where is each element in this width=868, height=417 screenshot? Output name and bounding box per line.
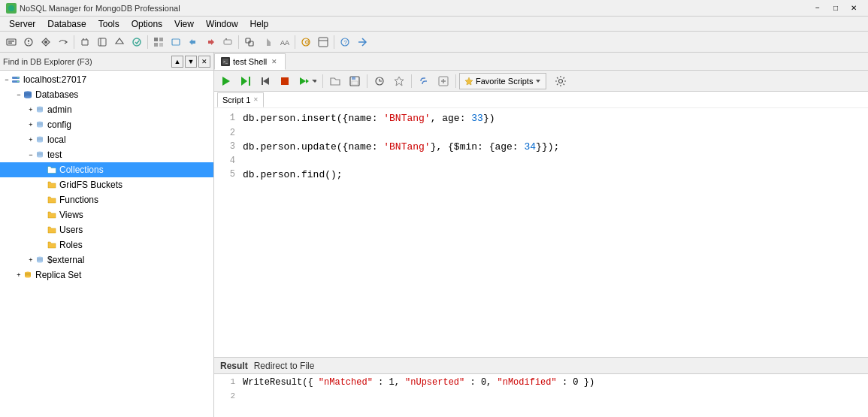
svg-rect-8: [98, 38, 106, 46]
num-token: 34: [524, 141, 536, 153]
tree-label-local: local: [47, 134, 66, 145]
code-text: db.person.update({name: 'BNTang'}, {$min…: [243, 140, 559, 155]
toolbar-btn-17[interactable]: ⚙: [298, 34, 314, 50]
toolbar-btn-15[interactable]: [259, 34, 275, 50]
tree-node-localhost[interactable]: − localhost:27017: [0, 72, 213, 87]
functions-folder-icon: [47, 195, 57, 205]
script-link-button[interactable]: [415, 73, 433, 89]
toolbar-btn-3[interactable]: [38, 34, 54, 50]
tree-node-local[interactable]: + local: [0, 132, 213, 147]
redirect-to-file-link[interactable]: Redirect to File: [254, 361, 315, 371]
tree-node-admin[interactable]: + admin: [0, 102, 213, 117]
minimize-button[interactable]: −: [809, 2, 826, 14]
open-file-button[interactable]: [326, 73, 344, 89]
panel-close-btn[interactable]: ✕: [198, 56, 210, 68]
tab-testshell[interactable]: >_ test Shell ✕: [214, 53, 286, 70]
toolbar-btn-7[interactable]: [111, 34, 128, 50]
tree-node-users[interactable]: Users: [0, 222, 213, 237]
tree-label-external: $external: [47, 255, 84, 265]
tab-label-testshell: test Shell: [233, 57, 267, 66]
tree-node-collections[interactable]: Collections: [0, 162, 213, 177]
tree-node-views[interactable]: Views: [0, 207, 213, 222]
panel-up-btn[interactable]: ▲: [171, 56, 183, 68]
close-button[interactable]: ✕: [845, 2, 862, 14]
svg-point-42: [37, 141, 43, 143]
toolbar-btn-18[interactable]: [315, 34, 331, 50]
toolbar-btn-9[interactable]: [150, 34, 167, 50]
panel-down-btn[interactable]: ▼: [185, 56, 197, 68]
toolbar-btn-14[interactable]: [241, 34, 258, 50]
toolbar-btn-5[interactable]: [77, 34, 93, 50]
databases-icon: [23, 89, 33, 100]
expand-arrow-replicaset: +: [15, 271, 23, 279]
result-content: 1WriteResult({ "nMatched" : 1, "nUpserte…: [214, 374, 868, 417]
toolbar-btn-16[interactable]: AA: [276, 34, 292, 50]
menu-help[interactable]: Help: [244, 17, 275, 31]
svg-marker-70: [465, 77, 473, 85]
pin-button[interactable]: [390, 73, 408, 89]
toolbar-btn-6[interactable]: [94, 34, 110, 50]
run-step-button[interactable]: [237, 73, 255, 89]
script-tab-close-1[interactable]: ✕: [253, 96, 259, 103]
maximize-button[interactable]: □: [827, 2, 844, 14]
local-db-icon: [35, 134, 45, 145]
run-all-button[interactable]: [217, 73, 235, 89]
expand-arrow-config: +: [27, 121, 35, 128]
tree-label-test: test: [47, 150, 62, 160]
run-dropdown-button[interactable]: [295, 73, 319, 89]
toolbar-btn-8[interactable]: [129, 34, 145, 50]
tree-node-gridfs[interactable]: GridFS Buckets: [0, 177, 213, 192]
toolbar-btn-12[interactable]: [202, 34, 219, 50]
tree-node-config[interactable]: + config: [0, 117, 213, 132]
result-panel: Result Redirect to File 1WriteResult({ "…: [214, 357, 868, 417]
str-token: "nMatched": [319, 377, 373, 388]
left-panel-header: Find in DB Explorer (F3) ▲ ▼ ✕: [0, 53, 213, 71]
script-extra-button[interactable]: [434, 73, 452, 89]
tab-close-testshell[interactable]: ✕: [270, 57, 279, 66]
title-bar: NoSQL Manager for MongoDB Professional −…: [0, 0, 868, 17]
svg-point-36: [37, 110, 43, 113]
toolbar-btn-11[interactable]: [185, 34, 201, 50]
toolbar-btn-1[interactable]: [3, 34, 20, 50]
svg-point-6: [28, 43, 29, 44]
svg-rect-17: [225, 38, 227, 40]
menu-view[interactable]: View: [168, 17, 200, 31]
toolbar-btn-4[interactable]: [55, 34, 71, 50]
svg-text:AA: AA: [280, 39, 289, 47]
svg-marker-60: [300, 77, 306, 85]
svg-point-10: [133, 38, 141, 46]
tree-label-functions: Functions: [59, 195, 98, 205]
stop-button[interactable]: [276, 73, 294, 89]
toolbar-btn-19[interactable]: ?: [337, 34, 353, 50]
toolbar-btn-13[interactable]: [219, 34, 236, 50]
str-token: 'BNTang': [383, 141, 430, 153]
code-editor[interactable]: 1db.person.insert({name: 'BNTang', age: …: [214, 108, 868, 357]
script-tab-1[interactable]: Script 1 ✕: [217, 92, 264, 107]
toolbar-btn-2[interactable]: [20, 34, 37, 50]
menu-database[interactable]: Database: [41, 17, 92, 31]
tree-node-roles[interactable]: Roles: [0, 237, 213, 252]
rewind-button[interactable]: [256, 73, 274, 89]
tree-node-external[interactable]: + $external: [0, 252, 213, 267]
tree-node-functions[interactable]: Functions: [0, 192, 213, 207]
svg-point-7: [44, 41, 47, 44]
menu-bar: Server Database Tools Options View Windo…: [0, 17, 868, 32]
save-file-button[interactable]: [346, 73, 364, 89]
history-button[interactable]: [370, 73, 389, 89]
script-settings-button[interactable]: [552, 73, 569, 89]
favorite-scripts-button[interactable]: Favorite Scripts: [459, 73, 546, 89]
svg-rect-18: [246, 38, 250, 43]
tree-node-test[interactable]: − test: [0, 147, 213, 162]
menu-window[interactable]: Window: [200, 17, 244, 31]
tree-node-databases[interactable]: − Databases: [0, 87, 213, 102]
tree-node-replicaset[interactable]: + Replica Set: [0, 267, 213, 283]
svg-rect-23: [319, 38, 328, 47]
svg-rect-15: [172, 39, 180, 45]
right-panel: >_ test Shell ✕: [214, 53, 868, 417]
toolbar-btn-20[interactable]: [354, 34, 370, 50]
toolbar-btn-10[interactable]: [168, 34, 184, 50]
editor-line: 5db.person.find();: [220, 168, 862, 183]
menu-server[interactable]: Server: [3, 17, 41, 31]
menu-options[interactable]: Options: [126, 17, 168, 31]
menu-tools[interactable]: Tools: [92, 17, 126, 31]
